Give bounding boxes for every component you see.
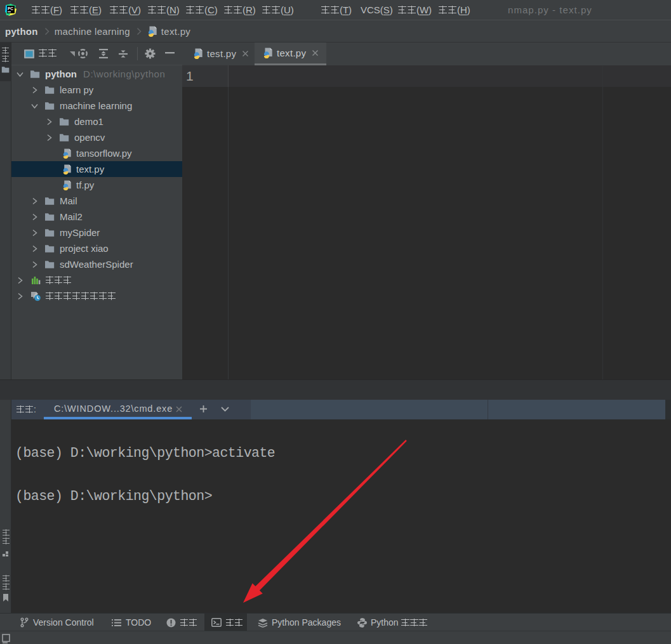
- svg-text:PC: PC: [8, 6, 13, 11]
